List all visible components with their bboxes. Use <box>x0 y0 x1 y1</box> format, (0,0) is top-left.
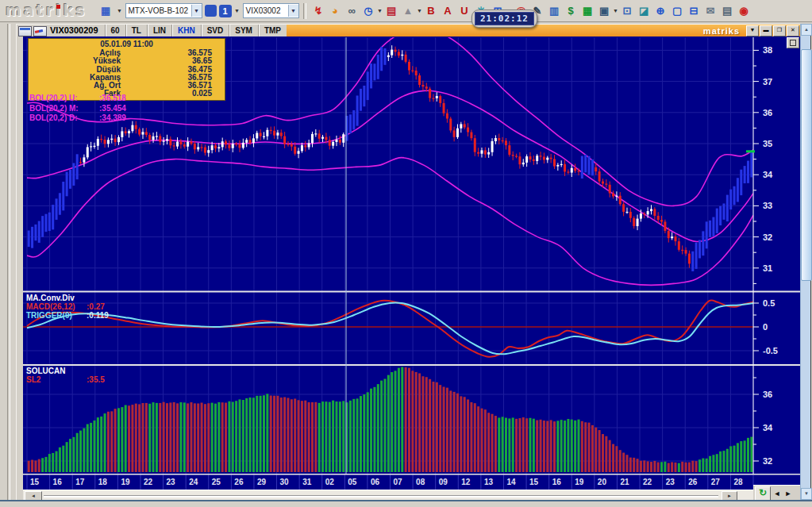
print-icon[interactable]: ▤ <box>719 2 736 19</box>
news-icon[interactable]: ▥ <box>546 2 563 19</box>
monitor-icon[interactable]: ▣ <box>596 2 613 19</box>
window-blue-icon-1[interactable]: ▢ <box>669 2 686 19</box>
clock-icon[interactable]: ◷ <box>360 2 377 19</box>
combo-arrow-icon[interactable]: ▼ <box>288 5 298 17</box>
svg-text:09: 09 <box>439 478 448 486</box>
sl2-label: SL2 <box>26 375 87 384</box>
macd-indicator-value: :0.27 <box>87 302 105 311</box>
solucan-panel-labels: SOLUCAN SL2 :35.5 <box>26 367 105 384</box>
database-icon[interactable]: ▤ <box>383 2 400 19</box>
macd-indicator-value: :0.119 <box>87 311 109 320</box>
image-icon[interactable]: ◪ <box>636 2 652 19</box>
matriks-application: matriks ▦ ▼ MTX-VOB-B-102 ▼ 1 ▼ VIX03002… <box>0 0 812 507</box>
svg-text:13: 13 <box>484 478 494 486</box>
chart-corner-controls: ↻ ◄ ► <box>753 485 801 501</box>
workspace-combo[interactable]: MTX-VOB-B-102 ▼ <box>125 3 202 18</box>
scroll-left-button[interactable]: ◄ <box>772 488 782 499</box>
chart-plot[interactable]: 31323334353637380.50-0.53634321516171819… <box>23 36 801 490</box>
v-scroll-up-button[interactable]: ▲ <box>801 24 812 36</box>
page-number-badge[interactable]: 1 <box>219 5 232 17</box>
svg-text:31: 31 <box>763 263 772 273</box>
titlebar-button-tl[interactable]: TL <box>125 25 147 36</box>
svg-text:23: 23 <box>666 478 675 486</box>
svg-text:16: 16 <box>552 478 562 486</box>
money-icon[interactable]: $ <box>563 2 579 19</box>
page-icon[interactable] <box>205 5 217 17</box>
svg-text:22: 22 <box>643 478 652 486</box>
binoculars-icon[interactable]: ∞ <box>344 2 360 19</box>
pyramid-icon-caret[interactable]: ▼ <box>417 8 423 13</box>
titlebar-button-sym[interactable]: SYM <box>229 25 258 36</box>
cascade-icon[interactable]: ⊡ <box>619 2 636 19</box>
scroll-right-button[interactable]: ► <box>783 488 793 499</box>
alarm-icon[interactable]: ◉ <box>736 2 752 19</box>
table-icon[interactable]: ▦ <box>579 2 596 19</box>
macd-panel-labels: MA.Conv.Div MACD(26,12):0.27TRIGGER(9):0… <box>26 294 109 320</box>
macd-indicator-row: TRIGGER(9):0.119 <box>26 311 109 320</box>
bol-label: BOL(20,2) D: <box>29 113 99 124</box>
close-button[interactable]: ✕ <box>787 25 799 36</box>
mail-icon[interactable]: ✉ <box>702 2 719 19</box>
save-dropdown-caret[interactable]: ▼ <box>117 8 123 13</box>
workspace-combo-value: MTX-VOB-B-102 <box>129 6 189 15</box>
svg-text:14: 14 <box>506 478 516 486</box>
monitor-icon-caret[interactable]: ▼ <box>613 8 619 13</box>
last-price-marker <box>746 150 755 152</box>
svg-text:24: 24 <box>189 478 198 486</box>
svg-text:20: 20 <box>598 478 607 486</box>
vertical-scrollbar[interactable]: ▲ ▼ <box>800 24 811 500</box>
bol-value: :36.518 <box>99 94 126 104</box>
left-window-edge <box>0 22 16 501</box>
svg-text:28: 28 <box>733 478 743 486</box>
svg-text:31: 31 <box>302 478 312 486</box>
svg-text:26: 26 <box>688 478 698 486</box>
v-scroll-down-button[interactable]: ▼ <box>801 488 812 500</box>
font-color-icon[interactable]: A <box>440 2 456 19</box>
save-icon[interactable]: ▦ <box>98 2 114 19</box>
v-scroll-thumb[interactable] <box>801 49 812 281</box>
window-grid-icon[interactable] <box>18 26 32 36</box>
macd-indicator-label: TRIGGER(9) <box>26 311 87 320</box>
titlebar-button-tmp[interactable]: TMP <box>258 25 287 36</box>
pie-chart-icon[interactable]: ◕ <box>327 2 344 19</box>
sl2-value: :35.5 <box>87 375 105 384</box>
combo-arrow-icon[interactable]: ▼ <box>191 5 202 17</box>
underline-icon[interactable]: U <box>456 2 473 19</box>
restore-button[interactable]: ❐ <box>773 25 786 36</box>
titlebar-button-khn[interactable]: KHN <box>171 25 201 36</box>
titlebar-button-60[interactable]: 60 <box>105 25 125 36</box>
window-blue-icon-2[interactable]: ⊟ <box>686 2 702 19</box>
matriks-brand-text: matriks <box>703 26 740 36</box>
macd-indicator-row: MACD(26,12):0.27 <box>26 302 109 311</box>
globe-icon[interactable]: ⊕ <box>652 2 669 19</box>
clock-icon-caret[interactable]: ▼ <box>377 8 383 13</box>
panel-maximize-button[interactable] <box>787 37 799 48</box>
svg-text:23: 23 <box>167 478 176 486</box>
svg-text:12: 12 <box>461 478 471 486</box>
refresh-button[interactable]: ↻ <box>755 486 771 501</box>
window-chart-icon[interactable] <box>33 26 47 36</box>
bold-icon[interactable]: B <box>423 2 440 19</box>
svg-text:34: 34 <box>763 423 773 432</box>
svg-text:15: 15 <box>529 478 539 486</box>
minimize-button[interactable]: ▬ <box>760 25 772 36</box>
svg-text:15: 15 <box>30 478 40 486</box>
chart-area: 31323334353637380.50-0.53634321516171819… <box>23 36 801 490</box>
main-toolbar: matriks ▦ ▼ MTX-VOB-B-102 ▼ 1 ▼ VIX03002… <box>0 0 812 22</box>
svg-text:27: 27 <box>711 478 721 486</box>
titlebar-button-svd[interactable]: SVD <box>201 25 229 36</box>
bol-row: BOL(20,2) U::36.518 <box>29 94 126 104</box>
svg-text:17: 17 <box>75 478 85 486</box>
x-axis: 1516171819222324252629303102050607080912… <box>30 478 743 486</box>
chart-titlebar[interactable]: VIX0300209 60TLLINKHNSVDSYMTMP matriks ▼… <box>17 25 800 36</box>
macd-indicator-label: MACD(26,12) <box>26 302 87 311</box>
svg-text:-0.5: -0.5 <box>763 346 778 355</box>
symbol-combo[interactable]: VIX03002 ▼ <box>243 3 299 18</box>
page-dropdown-caret[interactable]: ▼ <box>234 8 241 13</box>
pyramid-icon[interactable]: ▲ <box>400 2 417 19</box>
chart-window: VIX0300209 60TLLINKHNSVDSYMTMP matriks ▼… <box>16 24 800 500</box>
svg-text:25: 25 <box>212 478 221 486</box>
titlebar-button-lin[interactable]: LIN <box>147 25 171 36</box>
window-menu-button[interactable]: ▼ <box>746 25 759 36</box>
chart-icon[interactable]: ↯ <box>310 2 327 19</box>
